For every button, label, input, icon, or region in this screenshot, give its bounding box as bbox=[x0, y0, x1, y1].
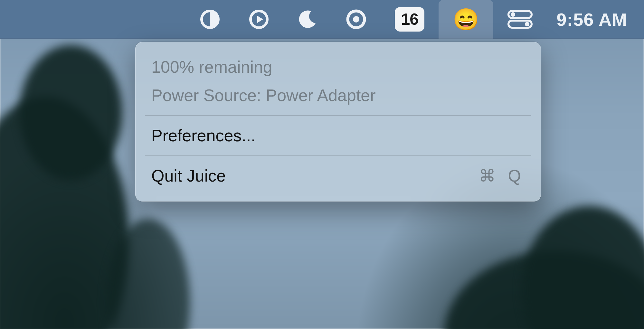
record-circle-icon bbox=[346, 9, 366, 30]
menubar-item-play[interactable] bbox=[234, 0, 283, 39]
menubar-item-do-not-disturb[interactable] bbox=[283, 0, 332, 39]
menubar-item-record[interactable] bbox=[332, 0, 381, 39]
calendar-icon: 16 bbox=[395, 7, 424, 32]
menu-separator bbox=[145, 155, 531, 156]
menu-item-preferences[interactable]: Preferences... bbox=[135, 121, 541, 150]
clock-text: 9:56 AM bbox=[556, 9, 627, 30]
svg-point-7 bbox=[525, 22, 529, 26]
menu-status-remaining: 100% remaining bbox=[135, 53, 541, 81]
quit-label: Quit Juice bbox=[151, 166, 226, 185]
menubar: 16 😄 9:56 AM bbox=[0, 0, 644, 39]
svg-point-5 bbox=[511, 12, 515, 17]
juice-dropdown-menu: 100% remaining Power Source: Power Adapt… bbox=[135, 42, 541, 202]
menubar-item-juice[interactable]: 😄 bbox=[439, 0, 493, 39]
menu-status-power-source: Power Source: Power Adapter bbox=[135, 81, 541, 109]
moon-icon bbox=[298, 9, 317, 29]
display-half-icon bbox=[200, 9, 220, 30]
menubar-item-display[interactable] bbox=[185, 0, 234, 39]
juice-emoji-icon: 😄 bbox=[453, 9, 479, 30]
play-circle-icon bbox=[249, 9, 269, 30]
menubar-item-control-center[interactable] bbox=[493, 0, 547, 39]
status-remaining-text: 100% remaining bbox=[151, 57, 272, 77]
menubar-item-calendar[interactable]: 16 bbox=[381, 0, 439, 39]
quit-shortcut: ⌘ Q bbox=[479, 166, 525, 185]
svg-point-3 bbox=[353, 16, 359, 23]
preferences-label: Preferences... bbox=[151, 126, 256, 145]
status-power-source-text: Power Source: Power Adapter bbox=[151, 86, 376, 105]
calendar-day: 16 bbox=[401, 10, 419, 29]
menubar-clock[interactable]: 9:56 AM bbox=[547, 0, 630, 39]
menu-item-quit[interactable]: Quit Juice ⌘ Q bbox=[135, 162, 541, 190]
control-center-icon bbox=[507, 10, 533, 29]
menu-separator bbox=[145, 115, 531, 116]
